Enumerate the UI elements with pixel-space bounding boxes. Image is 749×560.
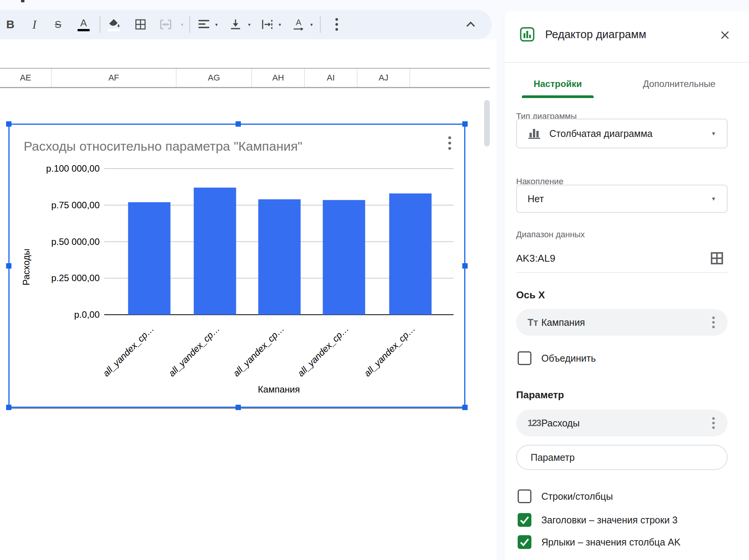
resize-handle-se[interactable] <box>462 405 468 410</box>
tab-settings[interactable]: Настройки <box>522 72 594 95</box>
column-header-AH[interactable]: AH <box>252 69 305 87</box>
embedded-chart[interactable]: Расходы относительно параметра "Кампания… <box>8 124 465 408</box>
more-vertical-icon <box>712 316 715 328</box>
resize-handle-nw[interactable] <box>6 121 11 127</box>
series-heading: Параметр <box>516 389 564 401</box>
column-header-AE[interactable]: AE <box>0 69 52 87</box>
chart-bar <box>323 200 365 315</box>
stacking-select[interactable]: Нет ▼ <box>516 185 728 213</box>
stacking-value: Нет <box>528 193 544 204</box>
column-header-AJ[interactable]: AJ <box>357 69 410 87</box>
x-tick-label: all_yandex_cp… <box>362 323 417 378</box>
bold-icon: B <box>6 18 15 31</box>
active-tab-underline <box>522 95 594 98</box>
dropdown-caret-icon: ▼ <box>711 130 716 137</box>
data-range-label: Диапазон данных <box>516 230 585 240</box>
resize-handle-s[interactable] <box>236 405 241 410</box>
headers-label: Заголовки – значения строки 3 <box>541 515 678 526</box>
x-tick-label: all_yandex_cp… <box>101 323 156 378</box>
text-rotation-button[interactable]: A <box>289 15 308 34</box>
toolbar-more-button[interactable] <box>328 15 346 34</box>
panel-title: Редактор диаграмм <box>545 28 646 41</box>
add-series-field[interactable]: Параметр <box>516 445 728 470</box>
x-tick-label: all_yandex_cp… <box>295 323 351 378</box>
resize-handle-e[interactable] <box>462 263 468 269</box>
chart-type-value: Столбчатая диаграмма <box>549 128 652 139</box>
text-wrap-caret[interactable]: ▾ <box>276 15 284 34</box>
text-wrap-button[interactable] <box>258 15 276 34</box>
checkbox-checked-icon <box>518 535 531 549</box>
merge-cells-icon <box>159 19 173 30</box>
horizontal-align-button[interactable] <box>195 15 213 34</box>
text-type-icon: Тт <box>516 317 541 328</box>
vertical-align-button[interactable] <box>226 15 245 34</box>
labels-label: Ярлыки – значения столбца AK <box>541 537 681 548</box>
data-range-divider <box>516 272 728 273</box>
aggregate-label: Объединить <box>541 353 596 364</box>
y-tick-label: р.0,00 <box>74 309 100 320</box>
select-data-range-button[interactable] <box>709 250 725 267</box>
column-header-partial[interactable] <box>410 69 490 87</box>
merge-cells-caret[interactable]: ▾ <box>178 15 186 34</box>
labels-checkbox-row[interactable]: Ярлыки – значения столбца AK <box>518 535 681 549</box>
data-range-value[interactable]: AK3:AL9 <box>516 253 555 264</box>
italic-button[interactable]: I <box>25 15 44 34</box>
y-tick-label: р.25 000,00 <box>51 273 100 283</box>
column-headers: AE AF AG AH AI AJ <box>0 68 490 88</box>
strikethrough-icon: S <box>55 19 61 31</box>
panel-divider <box>504 62 749 63</box>
fill-color-icon <box>108 18 120 31</box>
checkbox-icon <box>518 351 531 365</box>
chevron-up-icon <box>466 21 476 27</box>
fill-color-button[interactable] <box>105 15 123 34</box>
y-tick-label: р.50 000,00 <box>51 237 100 247</box>
text-rotation-caret[interactable]: ▾ <box>307 15 316 34</box>
more-vertical-icon <box>335 18 338 31</box>
series-options-button[interactable] <box>708 410 719 436</box>
merge-cells-button[interactable] <box>157 15 175 34</box>
strikethrough-button[interactable]: S <box>49 15 67 34</box>
borders-button[interactable] <box>131 15 150 34</box>
resize-handle-n[interactable] <box>236 121 241 127</box>
text-color-button[interactable]: A <box>74 15 93 34</box>
chart-bar <box>128 202 171 315</box>
tab-customize[interactable]: Дополнительные <box>633 72 726 95</box>
text-wrap-icon <box>261 19 274 30</box>
series-field[interactable]: 123 Расходы <box>516 410 728 436</box>
column-header-AG[interactable]: AG <box>176 69 252 87</box>
chart-bar <box>194 188 236 315</box>
x-axis-title: Кампания <box>258 384 300 394</box>
bold-button[interactable]: B <box>1 15 19 34</box>
headers-checkbox-row[interactable]: Заголовки – значения строки 3 <box>518 513 678 527</box>
text-rotation-icon: A <box>292 18 305 31</box>
chart-bar <box>258 199 301 315</box>
toolbar-separator <box>100 16 100 33</box>
column-chart-icon <box>527 127 542 140</box>
checkbox-icon <box>518 489 531 503</box>
collapse-toolbar-button[interactable] <box>462 15 480 34</box>
switch-rows-columns-checkbox-row[interactable]: Строки/столбцы <box>518 489 613 503</box>
formatting-toolbar: B I S A <box>0 10 492 39</box>
horizontal-align-caret[interactable]: ▾ <box>212 15 221 34</box>
x-axis-options-button[interactable] <box>708 309 719 336</box>
vertical-scrollbar-thumb[interactable] <box>484 100 490 146</box>
resize-handle-w[interactable] <box>6 263 11 269</box>
chart-type-select[interactable]: Столбчатая диаграмма ▼ <box>516 119 728 148</box>
formula-bar-cursor-fragment <box>21 0 24 2</box>
switch-rows-columns-label: Строки/столбцы <box>541 491 613 502</box>
vertical-align-caret[interactable]: ▾ <box>245 15 253 34</box>
checkbox-checked-icon <box>518 513 531 527</box>
column-header-AI[interactable]: AI <box>305 69 357 87</box>
close-icon <box>720 30 730 40</box>
resize-handle-sw[interactable] <box>6 405 11 410</box>
dropdown-caret-icon: ▼ <box>711 196 716 202</box>
spreadsheet-region: B I S A <box>0 0 504 560</box>
horizontal-align-icon <box>198 19 210 30</box>
close-panel-button[interactable] <box>717 27 733 43</box>
chart-options-button[interactable] <box>443 133 457 153</box>
aggregate-checkbox-row[interactable]: Объединить <box>518 351 596 365</box>
column-header-AF[interactable]: AF <box>52 69 176 87</box>
x-axis-field[interactable]: Тт Кампания <box>516 309 728 336</box>
add-series-placeholder: Параметр <box>517 452 575 463</box>
resize-handle-ne[interactable] <box>462 121 468 127</box>
